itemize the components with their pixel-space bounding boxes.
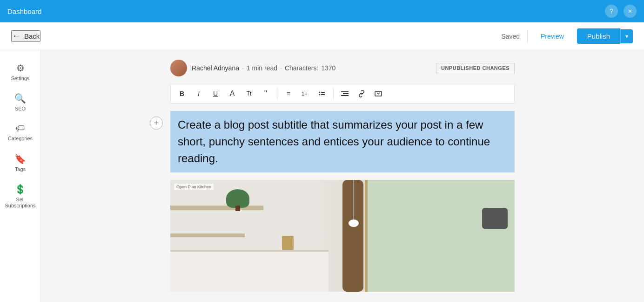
image-label: Open Plan Kitchen <box>174 184 214 190</box>
bold-button[interactable]: B <box>174 86 189 101</box>
sidebar-item-sell-subscriptions-label: Sell Subscriptions <box>5 197 35 209</box>
author-info: Rachel Adnyana · 1 min read · Characters… <box>170 60 335 76</box>
settings-icon: ⚙ <box>16 62 25 74</box>
bottle <box>282 236 294 250</box>
lamp-shade <box>349 220 359 227</box>
sidebar-item-settings-label: Settings <box>11 76 30 82</box>
indent-button[interactable] <box>337 86 352 101</box>
sidebar: ⚙ Settings 🔍 SEO 🏷 Categories 🔖 Tags 💲 S… <box>0 50 41 302</box>
add-icon: + <box>154 119 159 127</box>
kitchen-scene <box>170 180 515 292</box>
characters-count: 1370 <box>321 64 335 72</box>
font-color-button[interactable]: A <box>225 86 240 101</box>
italic-button[interactable]: I <box>191 86 206 101</box>
door-frame <box>365 180 368 292</box>
sidebar-item-tags-label: Tags <box>15 166 26 172</box>
sidebar-item-tags[interactable]: 🔖 Tags <box>2 149 39 177</box>
svg-point-1 <box>319 92 321 93</box>
ordered-list-button[interactable]: 1≡ <box>298 86 313 101</box>
publish-dropdown-button[interactable]: ▾ <box>620 29 633 43</box>
sell-subscriptions-icon: 💲 <box>14 184 26 195</box>
blog-image: Open Plan Kitchen <box>170 180 515 292</box>
sidebar-item-categories[interactable]: 🏷 Categories <box>2 118 39 146</box>
author-name: Rachel Adnyana <box>192 64 239 72</box>
characters-label: Characters: <box>285 64 318 72</box>
back-label: Back <box>24 32 40 40</box>
categories-icon: 🏷 <box>16 123 25 134</box>
sidebar-item-seo[interactable]: 🔍 SEO <box>2 88 39 117</box>
unpublished-badge: UNPUBLISHED CHANGES <box>436 63 515 73</box>
content-area: Rachel Adnyana · 1 min read · Characters… <box>41 50 644 302</box>
toolbar-separator-2 <box>333 88 334 99</box>
selected-editor-text[interactable]: Create a blog post subtitle that summari… <box>170 111 515 172</box>
counter <box>170 250 329 292</box>
sidebar-item-sell-subscriptions[interactable]: 💲 Sell Subscriptions <box>2 179 39 213</box>
svg-rect-8 <box>375 91 382 96</box>
help-icon[interactable]: ? <box>605 5 618 18</box>
top-bar-actions: ? × <box>605 5 637 18</box>
saved-status: Saved <box>501 33 520 40</box>
blockquote-button[interactable]: " <box>258 86 273 101</box>
secondary-header: ← Back Saved Preview Publish ▾ <box>0 22 644 50</box>
add-content-button[interactable]: + <box>150 117 163 130</box>
unordered-list-button[interactable] <box>315 86 329 101</box>
editor-wrapper: Rachel Adnyana · 1 min read · Characters… <box>170 60 515 292</box>
svg-rect-2 <box>321 92 325 93</box>
underline-button[interactable]: U <box>208 86 223 101</box>
svg-point-3 <box>319 94 321 96</box>
dashboard-title: Dashboard <box>7 7 41 15</box>
shelf-lower <box>170 233 245 237</box>
editor-content[interactable]: + Create a blog post subtitle that summa… <box>170 111 515 172</box>
sidebar-item-categories-label: Categories <box>8 136 33 142</box>
lamp-cord <box>353 180 354 222</box>
svg-rect-7 <box>341 95 349 96</box>
author-meta: Rachel Adnyana · 1 min read · Characters… <box>192 64 335 72</box>
embed-button[interactable] <box>371 86 386 101</box>
spotlight <box>482 208 508 229</box>
svg-rect-6 <box>343 93 349 94</box>
header-right: Saved Preview Publish ▾ <box>501 28 633 44</box>
dot-separator-1: · <box>242 64 244 72</box>
avatar <box>170 60 187 76</box>
top-bar: Dashboard ? × <box>0 0 644 22</box>
header-divider <box>527 30 528 43</box>
seo-icon: 🔍 <box>14 93 26 104</box>
align-left-button[interactable]: ≡ <box>281 86 296 101</box>
link-button[interactable] <box>354 86 369 101</box>
read-time: 1 min read <box>247 64 277 72</box>
sidebar-item-seo-label: SEO <box>15 106 26 112</box>
door-area <box>366 180 515 292</box>
avatar-image <box>170 60 187 76</box>
toolbar-separator-1 <box>277 88 277 99</box>
font-size-button[interactable]: Tt <box>242 86 256 101</box>
plant <box>226 189 249 208</box>
shelf-upper <box>170 206 263 210</box>
publish-group: Publish ▾ <box>577 28 633 44</box>
svg-text:1≡: 1≡ <box>302 91 308 96</box>
back-arrow-icon: ← <box>12 31 20 41</box>
close-icon[interactable]: × <box>624 5 637 18</box>
svg-rect-5 <box>341 91 349 92</box>
publish-button[interactable]: Publish <box>577 28 620 44</box>
svg-rect-4 <box>321 94 325 95</box>
preview-button[interactable]: Preview <box>535 30 570 43</box>
sidebar-item-settings[interactable]: ⚙ Settings <box>2 58 39 86</box>
dot-separator-2: · <box>280 64 282 72</box>
main-layout: ⚙ Settings 🔍 SEO 🏷 Categories 🔖 Tags 💲 S… <box>0 50 644 302</box>
back-button[interactable]: ← Back <box>11 30 40 42</box>
plant-pot <box>235 206 240 211</box>
tags-icon: 🔖 <box>14 153 26 165</box>
editor-toolbar: B I U A Tt " ≡ 1≡ <box>170 84 515 103</box>
author-bar: Rachel Adnyana · 1 min read · Characters… <box>170 60 515 76</box>
